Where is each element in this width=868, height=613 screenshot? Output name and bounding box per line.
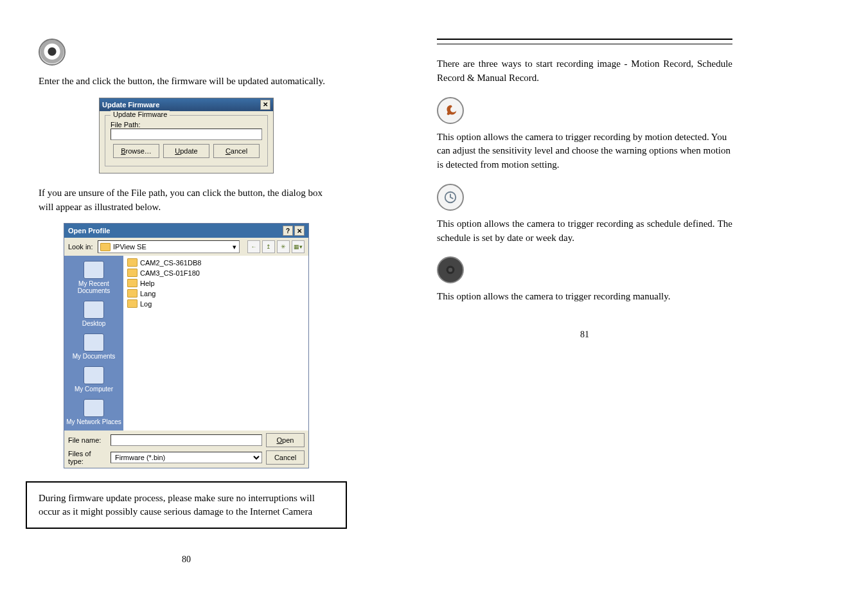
chevron-down-icon: ▾ — [233, 243, 239, 251]
open-profile-dialog: Open Profile ? ✕ Look in: IPView SE ▾ ← … — [64, 223, 309, 468]
motion-record-icon — [437, 97, 464, 124]
file-path-input[interactable] — [111, 129, 262, 140]
dialog-title: Open Profile — [68, 227, 110, 235]
cancel-button[interactable]: Cancel — [213, 144, 260, 158]
new-folder-icon[interactable]: ✳ — [277, 240, 290, 253]
lookin-label: Look in: — [68, 243, 94, 251]
list-item: Help — [127, 279, 305, 287]
places-bar: My Recent Documents Desktop My Documents… — [64, 256, 123, 431]
eye-icon — [39, 39, 66, 66]
motion-text: This option allows the camera to trigger… — [437, 130, 732, 172]
close-icon[interactable]: ✕ — [294, 226, 305, 236]
para-browse: If you are unsure of the File path, you … — [39, 186, 334, 215]
list-item: Log — [127, 299, 305, 308]
para-enter: Enter the and click the button, the firm… — [39, 75, 334, 89]
t: ancel — [231, 147, 247, 155]
up-one-level-icon[interactable]: ↥ — [262, 240, 275, 253]
list-item: CAM2_CS-361DB8 — [127, 258, 305, 267]
t: button, the firmware will be updated aut… — [128, 76, 325, 86]
intro-text: There are three ways to start recording … — [437, 57, 732, 85]
list-item: Lang — [127, 289, 305, 298]
views-icon[interactable]: ▦▾ — [292, 240, 305, 253]
filetype-label: Files of type: — [68, 450, 107, 465]
t: and click the — [76, 76, 127, 86]
manual-record-icon — [437, 256, 464, 283]
lookin-value: IPView SE — [113, 243, 146, 251]
places-mydocs[interactable]: My Documents — [73, 333, 116, 360]
update-firmware-dialog: Update Firmware ✕ Update Firmware File P… — [99, 98, 274, 173]
group-title: Update Firmware — [111, 111, 170, 118]
file-path-label: File Path: — [111, 121, 262, 129]
update-button[interactable]: Update — [163, 144, 209, 158]
page-number: 81 — [437, 330, 732, 340]
manual-text: This option allows the camera to trigger… — [437, 290, 732, 304]
lookin-dropdown[interactable]: IPView SE ▾ — [98, 240, 240, 253]
folder-icon — [100, 243, 111, 251]
places-desktop[interactable]: Desktop — [82, 301, 106, 327]
cancel-button[interactable]: Cancel — [266, 450, 305, 465]
browse-button[interactable]: Browse… — [113, 144, 159, 158]
places-network[interactable]: My Network Places — [66, 399, 121, 425]
t: pdate — [180, 147, 198, 155]
filename-label: File name: — [68, 436, 107, 444]
filetype-select[interactable]: Firmware (*.bin) — [111, 452, 262, 463]
t: rowse… — [126, 147, 152, 155]
close-icon[interactable]: ✕ — [260, 100, 270, 110]
svg-point-2 — [448, 268, 452, 272]
places-mycomputer[interactable]: My Computer — [75, 366, 113, 393]
warning-box: During firmware update process, please m… — [26, 481, 347, 529]
places-recent[interactable]: My Recent Documents — [64, 261, 123, 294]
back-icon[interactable]: ← — [247, 240, 260, 253]
t: Enter the — [39, 76, 76, 86]
schedule-text: This option allows the camera to trigger… — [437, 217, 732, 245]
t: If you are unsure of the File path, you … — [39, 188, 238, 198]
help-icon[interactable]: ? — [283, 226, 293, 236]
filename-input[interactable] — [111, 434, 262, 446]
warning-text: During firmware update process, please m… — [39, 493, 315, 517]
file-list[interactable]: CAM2_CS-361DB8 CAM3_CS-01F180 Help Lang … — [123, 256, 308, 431]
dialog-title: Update Firmware — [102, 101, 159, 109]
open-button[interactable]: Open — [266, 433, 305, 447]
t: button, the — [238, 188, 281, 198]
schedule-record-icon — [437, 184, 464, 211]
list-item: CAM3_CS-01F180 — [127, 269, 305, 277]
page-number: 80 — [39, 555, 334, 565]
